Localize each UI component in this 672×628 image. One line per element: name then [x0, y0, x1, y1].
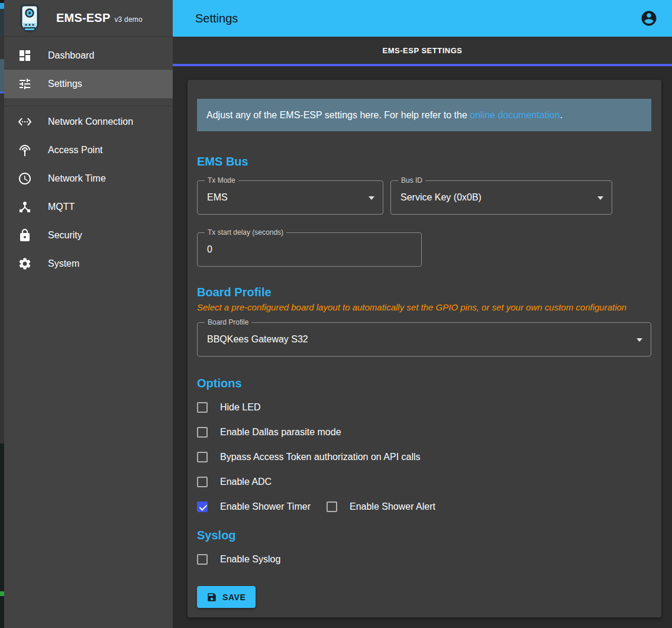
- tune-icon: [18, 77, 32, 91]
- checkbox-box[interactable]: [197, 554, 208, 565]
- checkbox-shower-timer[interactable]: Enable Shower Timer: [197, 501, 311, 512]
- ems-esp-logo-icon: [20, 4, 40, 33]
- chevron-down-icon: [637, 338, 642, 342]
- checkbox-box[interactable]: [197, 501, 208, 512]
- section-title-syslog: Syslog: [197, 529, 651, 542]
- ethernet-icon: [18, 115, 32, 129]
- checkbox-hide-led[interactable]: Hide LED: [197, 402, 260, 413]
- checkbox-box[interactable]: [197, 477, 208, 487]
- online-documentation-link[interactable]: online documentation: [470, 110, 560, 120]
- clock-icon: [18, 171, 32, 186]
- sidebar-item-network-time[interactable]: Network Time: [4, 164, 173, 193]
- sidebar-header: EMS-ESPv3 demo: [4, 0, 173, 37]
- account-circle-icon[interactable]: [640, 9, 658, 27]
- sidebar-item-mqtt[interactable]: MQTT: [4, 193, 173, 221]
- content-area: Adjust any of the EMS-ESP settings here.…: [173, 66, 672, 628]
- checkbox-box[interactable]: [327, 501, 337, 512]
- settings-card: Adjust any of the EMS-ESP settings here.…: [188, 80, 661, 617]
- app-version: v3 demo: [114, 15, 142, 24]
- select-board-profile[interactable]: Board Profile BBQKees Gateway S32: [197, 322, 651, 357]
- section-title-ems-bus: EMS Bus: [197, 155, 651, 169]
- sidebar: EMS-ESPv3 demo Dashboard Settings Networ…: [4, 0, 173, 628]
- sidebar-item-security[interactable]: Security: [4, 221, 173, 250]
- background-window-sliver: [0, 0, 4, 628]
- checkbox-box[interactable]: [197, 427, 208, 438]
- app-title: EMS-ESPv3 demo: [56, 11, 143, 25]
- dashboard-icon: [18, 48, 32, 63]
- sidebar-item-settings[interactable]: Settings: [4, 70, 173, 98]
- tab-ems-esp-settings[interactable]: EMS-ESP SETTINGS: [173, 37, 672, 64]
- sidebar-nav: Dashboard Settings Network Connection Ac…: [4, 37, 173, 278]
- appbar: Settings: [173, 0, 672, 37]
- section-title-board-profile: Board Profile: [197, 286, 651, 299]
- select-tx-mode[interactable]: Tx Mode EMS: [197, 180, 383, 215]
- sidebar-divider: [4, 106, 173, 106]
- info-banner: Adjust any of the EMS-ESP settings here.…: [197, 99, 651, 131]
- sidebar-item-system[interactable]: System: [4, 250, 173, 278]
- chevron-down-icon: [597, 196, 603, 200]
- chevron-down-icon: [369, 196, 374, 200]
- save-button[interactable]: SAVE: [197, 586, 256, 608]
- sidebar-item-dashboard[interactable]: Dashboard: [4, 41, 173, 70]
- checkbox-enable-syslog[interactable]: Enable Syslog: [197, 554, 280, 565]
- sidebar-item-access-point[interactable]: Access Point: [4, 136, 173, 164]
- gear-icon: [18, 257, 32, 271]
- save-icon: [206, 592, 217, 603]
- checkbox-bypass-token[interactable]: Bypass Access Token authorization on API…: [197, 452, 421, 462]
- checkbox-box[interactable]: [197, 402, 208, 413]
- device-hub-icon: [18, 200, 32, 214]
- options-checkbox-group: Hide LED Enable Dallas parasite mode Byp…: [197, 395, 651, 519]
- checkbox-dallas-parasite[interactable]: Enable Dallas parasite mode: [197, 427, 341, 438]
- checkbox-box[interactable]: [197, 452, 208, 462]
- wifi-tethering-icon: [18, 143, 32, 157]
- lock-icon: [18, 228, 32, 242]
- select-bus-id[interactable]: Bus ID Service Key (0x0B): [390, 180, 612, 215]
- syslog-checkbox-group: Enable Syslog: [197, 547, 651, 572]
- page-title: Settings: [195, 12, 640, 25]
- sidebar-item-network-connection[interactable]: Network Connection: [4, 108, 173, 136]
- main-area: Settings EMS-ESP SETTINGS Adjust any of …: [173, 0, 672, 628]
- input-tx-start-delay[interactable]: Tx start delay (seconds) 0: [197, 232, 422, 267]
- checkbox-enable-adc[interactable]: Enable ADC: [197, 477, 272, 487]
- checkbox-shower-alert[interactable]: Enable Shower Alert: [327, 501, 435, 512]
- board-profile-hint: Select a pre-configured board layout to …: [197, 302, 651, 313]
- section-title-options: Options: [197, 377, 651, 390]
